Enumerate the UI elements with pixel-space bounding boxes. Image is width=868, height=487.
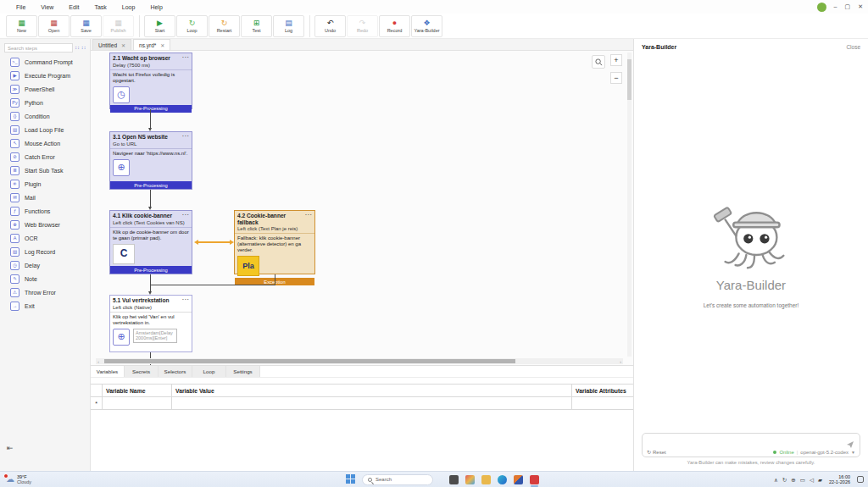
assistant-close-link[interactable]: Close bbox=[846, 44, 860, 50]
scrollbar-thumb[interactable] bbox=[104, 359, 515, 363]
undo-button[interactable]: ↶Undo bbox=[314, 15, 346, 37]
sidebar-item[interactable]: ✳ Plugin bbox=[0, 177, 90, 191]
taskbar-app-icon[interactable] bbox=[465, 475, 475, 484]
menu-item[interactable]: File bbox=[8, 3, 33, 12]
sidebar-item[interactable]: ▤ Load Loop File bbox=[0, 123, 90, 136]
menu-item[interactable]: Loop bbox=[114, 3, 143, 12]
sidebar-item[interactable]: ƒ Functions bbox=[0, 204, 90, 218]
log-button[interactable]: ▤Log bbox=[273, 15, 304, 37]
zoom-out-button[interactable]: − bbox=[610, 72, 622, 84]
node-menu-icon[interactable]: ⋯ bbox=[182, 55, 190, 59]
horizontal-scrollbar[interactable]: ‹ › bbox=[96, 358, 623, 364]
sidebar-item[interactable]: ✉ Mail bbox=[0, 191, 90, 204]
tab-untitled[interactable]: Untitled ✕ bbox=[92, 39, 131, 50]
sidebar-item[interactable]: ▶ Execute Program bbox=[0, 69, 90, 82]
user-avatar[interactable] bbox=[817, 3, 826, 12]
maximize-button[interactable]: ▢ bbox=[845, 3, 851, 10]
bottom-panel-tab[interactable]: Selectors bbox=[159, 366, 192, 377]
record-button[interactable]: ●Record bbox=[379, 15, 410, 37]
bottom-panel-tab[interactable]: Variables bbox=[91, 366, 125, 377]
scrollbar-thumb[interactable] bbox=[627, 59, 632, 100]
sidebar-item[interactable]: {} Condition bbox=[0, 109, 90, 123]
reset-button[interactable]: ↻Reset bbox=[647, 449, 666, 455]
bottom-panel-tab[interactable]: Settings bbox=[226, 366, 260, 377]
sidebar-item[interactable]: → Exit bbox=[0, 299, 90, 313]
sidebar-item[interactable]: ≫ PowerShell bbox=[0, 82, 90, 96]
node-menu-icon[interactable]: ⋯ bbox=[182, 134, 190, 138]
tray-icon[interactable]: ◁ bbox=[810, 477, 814, 483]
new-button[interactable]: ▦New bbox=[6, 15, 37, 37]
sidebar-item[interactable]: ⊘ Catch Error bbox=[0, 150, 90, 163]
search-steps-input[interactable] bbox=[4, 43, 73, 53]
vertical-scrollbar[interactable] bbox=[627, 53, 632, 357]
chevron-down-icon[interactable]: ▼ bbox=[851, 450, 855, 455]
tray-icon[interactable]: ▭ bbox=[800, 477, 805, 483]
table-row[interactable]: * bbox=[91, 397, 633, 410]
sidebar-item[interactable]: ✎ Note bbox=[0, 272, 90, 285]
minimize-button[interactable]: – bbox=[834, 3, 837, 10]
yara-builder-button[interactable]: ❖Yara-Builder bbox=[411, 15, 442, 37]
sidebar-item[interactable]: Py Python bbox=[0, 96, 90, 109]
start-button[interactable] bbox=[346, 474, 356, 484]
bottom-panel-tab[interactable]: Loop bbox=[192, 366, 226, 377]
menu-item[interactable]: Task bbox=[86, 3, 114, 12]
flow-canvas[interactable]: 2.1 Wacht op browser⋯ Delay (7500 ms) Wa… bbox=[91, 51, 633, 365]
taskbar-app-icon-active[interactable] bbox=[530, 475, 539, 484]
sidebar-item[interactable]: A OCR bbox=[0, 231, 90, 245]
node-menu-icon[interactable]: ⋯ bbox=[182, 297, 190, 302]
tab-close-icon[interactable]: ✕ bbox=[121, 42, 125, 48]
node-menu-icon[interactable]: ⋯ bbox=[305, 213, 313, 217]
flow-node-vul-vertrekstation[interactable]: 5.1 Vul vertrekstation⋯ Left click (Nati… bbox=[109, 295, 192, 352]
taskbar-weather[interactable]: ☁ 39°FCloudy bbox=[0, 474, 31, 485]
save-button[interactable]: ▦Save bbox=[70, 15, 102, 37]
open-button[interactable]: ▦Open bbox=[38, 15, 70, 37]
flow-node-wacht-op-browser[interactable]: 2.1 Wacht op browser⋯ Delay (7500 ms) Wa… bbox=[109, 53, 192, 109]
menu-item[interactable]: Edit bbox=[61, 3, 86, 12]
tray-icon[interactable]: ↻ bbox=[782, 477, 787, 483]
taskbar-search[interactable]: Search bbox=[362, 474, 433, 485]
sidebar-item[interactable]: ▤ Log Record bbox=[0, 245, 90, 258]
tray-icon[interactable]: ⊕ bbox=[791, 477, 795, 483]
collapse-all-icon[interactable]: ∷ bbox=[82, 45, 86, 52]
cell-variable-name[interactable] bbox=[103, 397, 172, 409]
zoom-in-button[interactable]: + bbox=[610, 54, 622, 66]
flow-node-open-ns-website[interactable]: 3.1 Open NS website⋯ Go to URL Navigeer … bbox=[109, 131, 192, 190]
taskbar-app-icon[interactable] bbox=[514, 475, 523, 484]
cell-variable-attributes[interactable] bbox=[572, 397, 633, 409]
chat-input[interactable]: ↻Reset Online | openai-gpt-5.2-codex ▼ bbox=[642, 433, 860, 457]
type-text-value[interactable]: Amsterdam[Delay 2000ms][Enter] bbox=[133, 329, 177, 343]
magnifier-button[interactable] bbox=[592, 55, 605, 69]
sidebar-item[interactable]: ⊕ Web Browser bbox=[0, 218, 90, 231]
collapse-sidebar-icon[interactable]: ⇤ bbox=[7, 444, 14, 452]
model-selector[interactable]: openai-gpt-5.2-codex bbox=[800, 450, 849, 455]
tab-ns-yrd[interactable]: ns.yrd* ✕ bbox=[133, 39, 170, 50]
bottom-panel-tab[interactable]: Secrets bbox=[125, 366, 159, 377]
tab-close-icon[interactable]: ✕ bbox=[160, 42, 164, 48]
sidebar-item[interactable]: ◷ Delay bbox=[0, 258, 90, 272]
notifications-icon[interactable] bbox=[857, 476, 864, 483]
flow-node-klik-cookie-banner[interactable]: 4.1 Klik cookie-banner⋯ Left click (Text… bbox=[109, 210, 192, 274]
scroll-left-icon[interactable]: ‹ bbox=[96, 359, 101, 364]
flow-node-cookie-banner-fallback[interactable]: 4.2 Cookie-banner fallback⋯ Left click (… bbox=[234, 210, 315, 274]
taskbar-app-icon[interactable] bbox=[481, 475, 491, 484]
taskbar-clock[interactable]: 16:0022-1-2026 bbox=[829, 474, 850, 485]
cell-variable-value[interactable] bbox=[172, 397, 572, 409]
taskbar-app-icon[interactable] bbox=[449, 475, 459, 484]
menu-item[interactable]: View bbox=[33, 3, 61, 12]
expand-all-icon[interactable]: ∷ bbox=[75, 45, 79, 52]
sidebar-item[interactable]: ↖ Mouse Action bbox=[0, 136, 90, 150]
sidebar-item[interactable]: ≣ Start Sub Task bbox=[0, 163, 90, 177]
scroll-right-icon[interactable]: › bbox=[618, 359, 623, 364]
sidebar-item[interactable]: ⚠ Throw Error bbox=[0, 285, 90, 299]
taskbar-app-icon[interactable] bbox=[498, 475, 507, 484]
menu-item[interactable]: Help bbox=[142, 3, 170, 12]
tray-icon[interactable]: ∧ bbox=[774, 477, 778, 483]
node-menu-icon[interactable]: ⋯ bbox=[182, 213, 190, 217]
sidebar-item[interactable]: >_ Command Prompt bbox=[0, 55, 90, 69]
restart-button[interactable]: ↻Restart bbox=[209, 15, 240, 37]
loop-button[interactable]: ↻Loop bbox=[176, 15, 208, 37]
tray-icon[interactable]: ▰ bbox=[818, 477, 822, 483]
test-button[interactable]: ⊞Test bbox=[241, 15, 272, 37]
close-button[interactable]: ✕ bbox=[858, 3, 863, 10]
start-button[interactable]: ▶Start bbox=[144, 15, 175, 37]
